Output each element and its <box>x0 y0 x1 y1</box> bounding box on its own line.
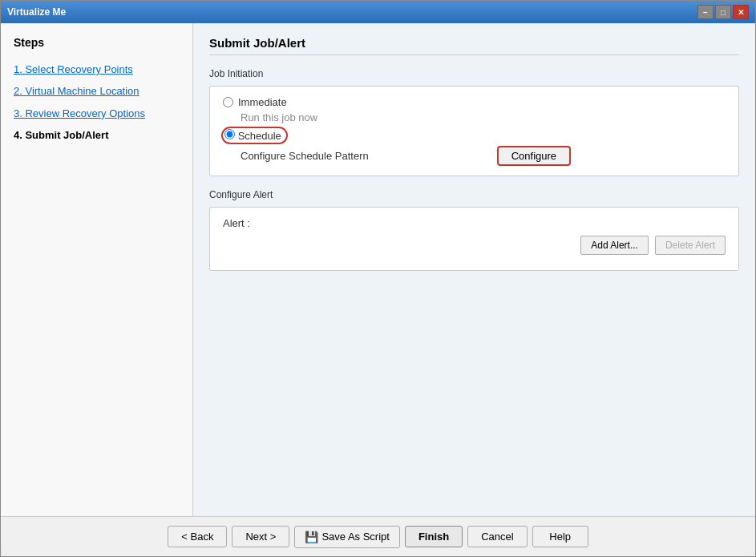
footer: < Back Next > 💾 Save As Script Finish Ca… <box>1 516 755 556</box>
finish-button[interactable]: Finish <box>405 526 463 547</box>
help-button[interactable]: Help <box>532 526 588 547</box>
next-button[interactable]: Next > <box>232 526 289 547</box>
configure-button[interactable]: Configure <box>497 146 571 166</box>
sidebar: Steps 1. Select Recovery Points 2. Virtu… <box>1 23 193 516</box>
maximize-button[interactable]: □ <box>715 5 731 19</box>
sidebar-heading: Steps <box>14 36 180 49</box>
add-alert-button[interactable]: Add Alert... <box>580 236 649 255</box>
main-window: Virtualize Me − □ ✕ Steps 1. Select Reco… <box>0 0 756 557</box>
main-panel: Submit Job/Alert Job Initiation Immediat… <box>193 23 755 516</box>
schedule-row: Schedule <box>223 128 726 143</box>
sidebar-item-3[interactable]: 3. Review Recovery Options <box>14 103 180 124</box>
job-initiation-label: Job Initiation <box>209 68 739 79</box>
immediate-row: Immediate <box>223 96 726 108</box>
content-area: Steps 1. Select Recovery Points 2. Virtu… <box>1 23 755 516</box>
run-now-text: Run this job now <box>241 111 726 123</box>
immediate-label[interactable]: Immediate <box>238 96 287 108</box>
cancel-button[interactable]: Cancel <box>467 526 527 547</box>
alert-section-label: Configure Alert <box>209 189 739 200</box>
page-title: Submit Job/Alert <box>209 36 739 55</box>
window-title: Virtualize Me <box>7 6 66 18</box>
save-script-label: Save As Script <box>321 531 390 543</box>
alert-buttons: Add Alert... Delete Alert <box>223 236 726 255</box>
configure-pattern-label: Configure Schedule Pattern <box>241 150 369 162</box>
sidebar-item-4: 4. Submit Job/Alert <box>14 124 180 146</box>
alert-label: Alert : <box>223 217 726 229</box>
sidebar-item-2[interactable]: 2. Virtual Machine Location <box>14 80 180 102</box>
immediate-radio[interactable] <box>223 97 233 107</box>
alert-section: Configure Alert Alert : Add Alert... Del… <box>209 189 739 271</box>
schedule-label[interactable]: Schedule <box>238 130 281 142</box>
schedule-radio[interactable] <box>224 129 235 139</box>
save-script-icon: 💾 <box>305 531 318 543</box>
minimize-button[interactable]: − <box>697 5 714 19</box>
save-script-button[interactable]: 💾 Save As Script <box>294 526 400 548</box>
title-bar-controls: − □ ✕ <box>697 5 749 19</box>
close-button[interactable]: ✕ <box>733 5 749 19</box>
configure-pattern-row: Configure Schedule Pattern Configure <box>241 146 726 166</box>
alert-panel: Alert : Add Alert... Delete Alert <box>209 207 739 271</box>
back-button[interactable]: < Back <box>168 526 227 547</box>
schedule-highlight: Schedule <box>223 128 286 143</box>
title-bar: Virtualize Me − □ ✕ <box>1 1 755 23</box>
delete-alert-button[interactable]: Delete Alert <box>655 236 726 255</box>
sidebar-item-1[interactable]: 1. Select Recovery Points <box>14 59 180 80</box>
job-initiation-panel: Immediate Run this job now Schedule Conf… <box>209 86 739 176</box>
